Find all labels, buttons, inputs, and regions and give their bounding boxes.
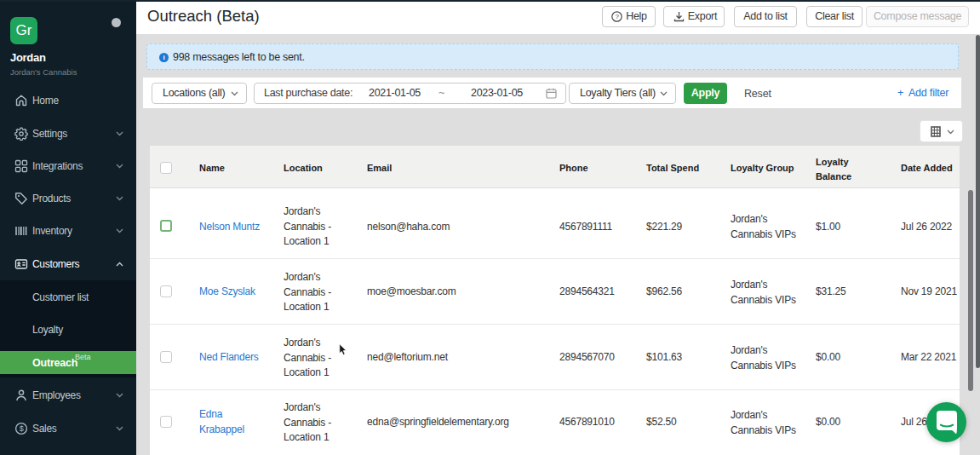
svg-text:?: ? [615, 13, 619, 20]
svg-text:$: $ [20, 424, 24, 433]
